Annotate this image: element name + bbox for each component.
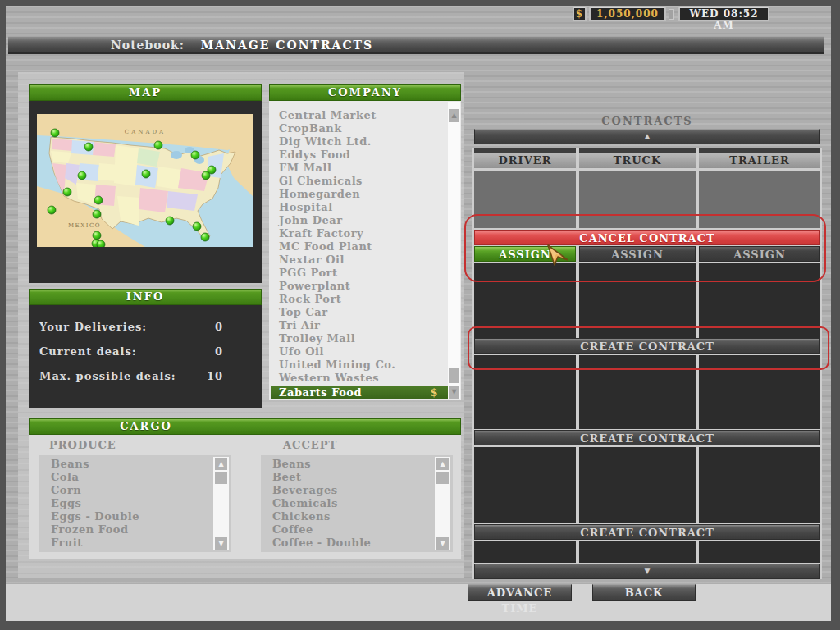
- bottom-light-band: [6, 584, 831, 621]
- contracts-column-header: TRUCK: [579, 148, 696, 168]
- scroll-up-icon[interactable]: ▲: [436, 458, 449, 470]
- map-pin: [94, 196, 103, 204]
- annotation-highlight-assign: [464, 214, 826, 282]
- company-list-item[interactable]: Gl Chemicals: [271, 175, 446, 188]
- produce-scrollbar[interactable]: ▲ ▼: [213, 457, 229, 550]
- scroll-up-icon[interactable]: ▲: [215, 458, 227, 470]
- map-pin: [63, 188, 71, 196]
- contract-slot-4-cells: [474, 447, 820, 523]
- truck-slot: [579, 541, 696, 563]
- map-pin: [142, 170, 150, 178]
- accept-list-item[interactable]: Beans: [261, 458, 453, 471]
- produce-list-item[interactable]: Eggs - Double: [39, 510, 231, 523]
- map-pin: [97, 240, 105, 247]
- map-label-mexico: MEXICO: [68, 222, 101, 229]
- company-list-item[interactable]: Rock Port: [271, 293, 446, 306]
- company-list-item[interactable]: Eddys Food: [271, 148, 446, 162]
- money-badge-icon: $: [430, 386, 448, 399]
- map-pin: [48, 206, 56, 214]
- company-list-item[interactable]: Western Wastes: [271, 372, 446, 385]
- column-header-top-strip: [699, 148, 820, 153]
- company-list: Central MarketCropBankDig Witch Ltd.Eddy…: [271, 109, 446, 385]
- map-pin: [191, 151, 199, 159]
- company-list-item[interactable]: John Dear: [271, 214, 446, 227]
- company-list-item[interactable]: Hospital: [271, 201, 446, 214]
- contracts-scroll-up[interactable]: ▲: [474, 129, 820, 144]
- scroll-thumb[interactable]: [436, 472, 449, 484]
- game-screen: $ 1,050,000 WED 08:52 AM Notebook:MANAGE…: [0, 0, 840, 630]
- scroll-down-icon: ▼: [645, 567, 651, 575]
- produce-list-item[interactable]: Cola: [39, 471, 231, 484]
- scroll-up-icon: ▲: [645, 132, 651, 140]
- produce-list-item[interactable]: Eggs: [39, 497, 231, 510]
- scroll-thumb[interactable]: [215, 472, 227, 484]
- contract-slot-5-cells: [474, 541, 820, 563]
- money-icon: $: [573, 7, 587, 21]
- company-scrollbar[interactable]: ▲ ▼: [448, 102, 460, 399]
- accept-list-item[interactable]: Chickens: [261, 510, 453, 523]
- map-label-canada: CANADA: [125, 129, 166, 135]
- map-pin: [93, 231, 101, 240]
- scroll-down-icon[interactable]: ▼: [436, 537, 449, 550]
- scroll-up-icon[interactable]: ▲: [449, 109, 459, 122]
- accept-list-item[interactable]: Chemicals: [261, 497, 453, 510]
- company-list-item[interactable]: Powerplant: [271, 280, 446, 293]
- produce-list-item[interactable]: Corn: [39, 484, 231, 497]
- company-list-item[interactable]: Homegarden: [271, 188, 446, 201]
- info-label: Your Deliveries:: [39, 315, 147, 340]
- company-list-item[interactable]: Kraft Factory: [271, 227, 446, 240]
- produce-list-item[interactable]: Frozen Food: [39, 523, 231, 536]
- column-header-top-strip: [579, 148, 696, 153]
- map-pin: [202, 171, 210, 180]
- map-pin: [93, 210, 101, 218]
- create-contract-button-2[interactable]: CREATE CONTRACT: [474, 430, 820, 445]
- company-list-item[interactable]: Top Car: [271, 306, 446, 319]
- company-list-item[interactable]: Tri Air: [271, 319, 446, 332]
- info-value: 0: [215, 340, 223, 364]
- truck-slot: [579, 447, 696, 523]
- company-list-item[interactable]: Dig Witch Ltd.: [271, 135, 446, 148]
- company-list-item[interactable]: Nextar Oil: [271, 253, 446, 267]
- company-list-item[interactable]: Trolley Mall: [271, 332, 446, 345]
- produce-list-item[interactable]: Fruit: [39, 536, 231, 550]
- map-pin: [84, 143, 93, 151]
- map-pin: [193, 222, 201, 231]
- accept-list: BeansBeetBeveragesChemicalsChickensCoffe…: [261, 455, 453, 552]
- contracts-title: CONTRACTS: [474, 115, 820, 127]
- company-list-item[interactable]: Ufo Oil: [271, 345, 446, 358]
- cargo-panel-body: PRODUCE ACCEPT BeansColaCornEggsEggs - D…: [29, 435, 461, 559]
- info-row: Current deals: 0: [29, 340, 262, 364]
- annotation-highlight-create: [468, 326, 829, 370]
- company-list-item[interactable]: CropBank: [271, 122, 446, 135]
- info-label: Current deals:: [39, 340, 137, 364]
- scroll-thumb[interactable]: [449, 368, 459, 383]
- accept-scrollbar[interactable]: ▲ ▼: [435, 457, 450, 550]
- accept-list-item[interactable]: Coffee - Double: [261, 536, 453, 550]
- scroll-down-icon[interactable]: ▼: [215, 537, 227, 550]
- notebook-label: Notebook:: [111, 39, 185, 52]
- map-pin: [154, 141, 162, 149]
- back-button[interactable]: BACK: [592, 584, 696, 601]
- accept-list-item[interactable]: Coffee: [261, 523, 453, 536]
- company-list-item[interactable]: FM Mall: [271, 162, 446, 175]
- contracts-column-header: DRIVER: [474, 148, 576, 168]
- trailer-slot: [699, 447, 820, 523]
- company-selected-name: Zabarts Food: [279, 386, 362, 399]
- company-list-item[interactable]: Central Market: [271, 109, 446, 122]
- status-separator: [669, 9, 674, 20]
- money-display: 1,050,000: [589, 7, 666, 21]
- create-contract-button-3[interactable]: CREATE CONTRACT: [474, 524, 820, 540]
- usa-map: CANADA MEXICO: [37, 114, 253, 247]
- info-value: 0: [215, 315, 223, 340]
- advance-time-button[interactable]: ADVANCE TIME: [468, 584, 572, 601]
- accept-list-item[interactable]: Beverages: [261, 484, 453, 497]
- company-list-item[interactable]: PGG Port: [271, 267, 446, 280]
- produce-list-item[interactable]: Beans: [39, 458, 231, 471]
- scroll-down-icon[interactable]: ▼: [449, 386, 459, 399]
- contracts-scroll-down[interactable]: ▼: [474, 564, 820, 579]
- driver-slot: [474, 447, 576, 523]
- company-list-item[interactable]: United Mining Co.: [271, 358, 446, 372]
- company-list-item[interactable]: MC Food Plant: [271, 240, 446, 253]
- company-selected-item[interactable]: Zabarts Food $: [271, 386, 448, 399]
- accept-list-item[interactable]: Beet: [261, 471, 453, 484]
